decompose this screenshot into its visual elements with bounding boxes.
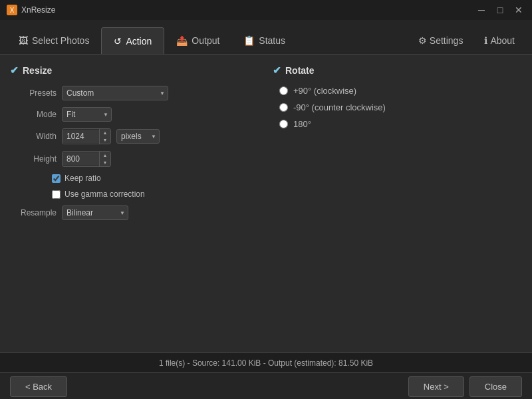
mode-row: Mode Fit Stretch Crop Canvas (10, 107, 259, 122)
tab-about[interactable]: ℹ About (473, 27, 525, 54)
presets-row: Presets Custom 640x480 532x399 1024x768 … (10, 86, 259, 100)
rotate-180-label: 180° (293, 119, 311, 129)
units-select[interactable]: pixels percent cm inches (116, 129, 160, 144)
title-bar: X XnResize ─ □ ✕ (0, 0, 532, 20)
height-input-group: 800 ▲ ▼ (62, 151, 111, 167)
width-spin-down[interactable]: ▼ (100, 136, 110, 144)
gamma-row: Use gamma correction (52, 190, 259, 199)
select-photos-icon: 🖼 (19, 35, 28, 46)
width-spin-btns: ▲ ▼ (99, 129, 110, 144)
tab-select-photos[interactable]: 🖼 Select Photos (7, 27, 101, 54)
tab-about-label: About (490, 35, 515, 46)
width-label: Width (10, 132, 57, 141)
keep-ratio-label: Keep ratio (65, 174, 101, 183)
height-input[interactable]: 800 (63, 152, 99, 166)
mode-label: Mode (10, 110, 57, 119)
rotate-90ccw-row: -90° (counter clockwise) (279, 102, 522, 112)
main-content: ✔ Resize Presets Custom 640x480 532x399 … (0, 55, 532, 352)
gamma-checkbox[interactable] (52, 190, 61, 199)
gamma-label: Use gamma correction (65, 190, 145, 199)
settings-icon: ⚙ (418, 35, 427, 46)
mode-wrapper: Fit Stretch Crop Canvas (62, 107, 112, 122)
status-bar: 1 file(s) - Source: 141.00 KiB - Output … (0, 352, 532, 372)
presets-label: Presets (10, 88, 57, 98)
action-icon: ↺ (114, 36, 122, 47)
tab-action[interactable]: ↺ Action (101, 27, 164, 54)
rotate-90ccw-label: -90° (counter clockwise) (293, 102, 386, 112)
output-icon: 📤 (176, 35, 188, 46)
maximize-button[interactable]: □ (493, 3, 507, 17)
rotate-title: ✔ Rotate (273, 65, 522, 76)
back-button[interactable]: < Back (10, 376, 67, 397)
presets-select[interactable]: Custom 640x480 532x399 1024x768 1920x108… (62, 86, 168, 100)
resample-row: Resample Bilinear Bicubic Lanczos Neares… (10, 205, 259, 220)
width-spin-up[interactable]: ▲ (100, 129, 110, 136)
rotate-90ccw-radio[interactable] (279, 103, 288, 112)
app-icon: X (7, 5, 17, 15)
height-spin-down[interactable]: ▼ (100, 159, 110, 166)
footer-right: Next > Close (408, 376, 522, 397)
height-spin-btns: ▲ ▼ (99, 152, 110, 166)
title-bar-left: X XnResize (7, 5, 55, 15)
rotate-180-radio[interactable] (279, 120, 288, 128)
keep-ratio-checkbox[interactable] (52, 174, 61, 183)
resample-select[interactable]: Bilinear Bicubic Lanczos Nearest (62, 205, 128, 220)
next-button[interactable]: Next > (408, 376, 464, 397)
resize-title-label: Resize (23, 65, 52, 76)
rotate-90cw-row: +90° (clockwise) (279, 86, 522, 96)
title-controls: ─ □ ✕ (475, 3, 525, 17)
window-title: XnResize (21, 5, 55, 15)
width-row: Width 1024 ▲ ▼ pixels percent cm inches (10, 128, 259, 144)
about-icon: ℹ (484, 35, 487, 46)
mode-select[interactable]: Fit Stretch Crop Canvas (62, 107, 112, 122)
rotate-90cw-label: +90° (clockwise) (293, 86, 356, 96)
status-text: 1 file(s) - Source: 141.00 KiB - Output … (159, 358, 373, 368)
close-button[interactable]: Close (469, 376, 522, 397)
width-input-group: 1024 ▲ ▼ (62, 128, 111, 144)
tab-select-photos-label: Select Photos (32, 35, 89, 46)
minimize-button[interactable]: ─ (475, 3, 488, 17)
tab-settings-label: Settings (430, 35, 464, 46)
tab-action-label: Action (126, 36, 152, 47)
tab-bar: 🖼 Select Photos ↺ Action 📤 Output 📋 Stat… (0, 20, 532, 55)
units-wrapper: pixels percent cm inches (116, 129, 160, 144)
rotate-title-label: Rotate (285, 65, 315, 76)
rotate-90cw-radio[interactable] (279, 86, 288, 95)
tab-output[interactable]: 📤 Output (164, 27, 231, 54)
tab-status[interactable]: 📋 Status (231, 27, 297, 54)
resize-title: ✔ Resize (10, 65, 259, 76)
tab-status-label: Status (259, 35, 285, 46)
presets-wrapper: Custom 640x480 532x399 1024x768 1920x108… (62, 86, 168, 100)
resample-wrapper: Bilinear Bicubic Lanczos Nearest (62, 205, 128, 220)
width-input[interactable]: 1024 (63, 130, 99, 143)
rotate-check-icon: ✔ (273, 65, 281, 76)
height-row: Height 800 ▲ ▼ (10, 151, 259, 167)
close-window-button[interactable]: ✕ (512, 3, 525, 17)
rotate-panel: ✔ Rotate +90° (clockwise) -90° (counter … (273, 65, 522, 342)
height-spin-up[interactable]: ▲ (100, 152, 110, 159)
footer: < Back Next > Close (0, 372, 532, 399)
tab-settings[interactable]: ⚙ Settings (408, 27, 474, 54)
height-label: Height (10, 154, 57, 164)
resample-label: Resample (10, 208, 57, 217)
resize-check-icon: ✔ (10, 65, 19, 76)
resize-panel: ✔ Resize Presets Custom 640x480 532x399 … (10, 65, 259, 342)
keep-ratio-row: Keep ratio (52, 174, 259, 183)
status-icon: 📋 (243, 35, 255, 46)
rotate-180-row: 180° (279, 119, 522, 129)
tab-output-label: Output (192, 35, 219, 46)
